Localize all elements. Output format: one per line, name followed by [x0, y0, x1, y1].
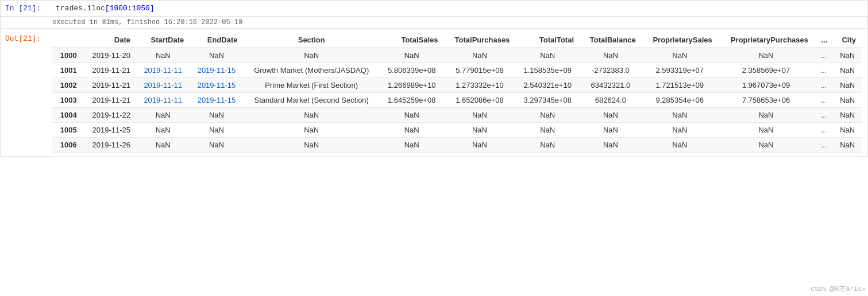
code-slice: 1000:1050: [110, 4, 150, 13]
data-table: Date StartDate EndDate Section TotalSale…: [52, 32, 862, 153]
col-header-proprietarysales: ProprietarySales: [642, 32, 718, 48]
col-header-index: [52, 32, 83, 48]
col-header-section: Section: [244, 32, 380, 48]
table-row: 10012019-11-212019-11-112019-11-15Growth…: [52, 63, 862, 78]
table-row: 10062019-11-26NaNNaNNaNNaNNaNNaNNaNNaNNa…: [52, 138, 862, 153]
col-header-totalbalance: TotalBalance: [580, 32, 642, 48]
data-table-container[interactable]: Date StartDate EndDate Section TotalSale…: [52, 32, 867, 153]
bracket-close: ]: [150, 4, 155, 13]
col-header-totalsales: TotalSales: [380, 32, 444, 48]
col-header-proprietarypurchases: ProprietaryPurchases: [718, 32, 814, 48]
col-header-enddate: EndDate: [190, 32, 243, 48]
col-header-startdate: StartDate: [136, 32, 190, 48]
input-prompt: In [21]:: [5, 4, 51, 13]
col-header-ellipsis: ...: [814, 32, 833, 48]
exec-info: executed in 81ms, finished 16:20:16 2022…: [1, 17, 867, 29]
notebook-cell: In [21]: trades.iloc[1000:1050] executed…: [0, 0, 868, 157]
col-header-totaltotal: TotalTotal: [515, 32, 580, 48]
bracket-open: [: [105, 4, 110, 13]
table-row: 10002019-11-20NaNNaNNaNNaNNaNNaNNaNNaNNa…: [52, 48, 862, 63]
table-row: 10032019-11-212019-11-112019-11-15Standa…: [52, 93, 862, 108]
table-row: 10042019-11-22NaNNaNNaNNaNNaNNaNNaNNaNNa…: [52, 108, 862, 123]
col-header-date: Date: [83, 32, 136, 48]
table-header-row: Date StartDate EndDate Section TotalSale…: [52, 32, 862, 48]
table-row: 10022019-11-212019-11-112019-11-15Prime …: [52, 78, 862, 93]
output-prompt: Out[21]:: [1, 32, 52, 43]
input-area: In [21]: trades.iloc[1000:1050]: [1, 1, 867, 17]
col-header-city: City: [833, 32, 862, 48]
table-row: 10052019-11-25NaNNaNNaNNaNNaNNaNNaNNaNNa…: [52, 123, 862, 138]
col-header-totalpurchases: TotalPurchases: [443, 32, 515, 48]
input-code[interactable]: trades.iloc[1000:1050]: [56, 4, 155, 13]
table-body: 10002019-11-20NaNNaNNaNNaNNaNNaNNaNNaNNa…: [52, 48, 862, 153]
code-prefix: trades.iloc: [56, 4, 105, 13]
output-area: Out[21]: Date StartDate EndDate Section …: [1, 29, 867, 156]
